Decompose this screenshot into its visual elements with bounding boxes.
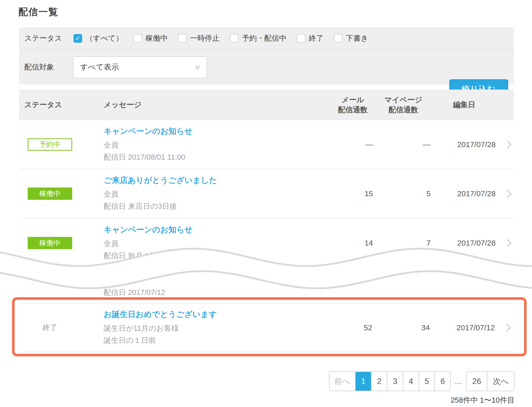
pagination-next-button[interactable]: 次へ (487, 372, 514, 391)
pagination-page-1[interactable]: 1 (355, 372, 371, 391)
status-text: 終了 (42, 323, 57, 333)
pagination-page-5[interactable]: 5 (419, 372, 434, 391)
checkbox-unchecked-icon[interactable] (230, 34, 239, 43)
chevron-right-icon[interactable] (503, 324, 511, 332)
message-schedule: 誕生日の１日前 (104, 334, 330, 346)
header-status: ステータス (19, 100, 81, 110)
message-title-link[interactable]: お誕生日おめでとうございます (104, 309, 330, 320)
message-audience: 全員 (104, 238, 331, 250)
status-option-label: 一時停止 (190, 33, 220, 43)
table-row[interactable]: 予約中 キャンペーンのお知らせ 全員 配信日 2017/08/01 11:00 … (19, 120, 514, 169)
truncated-row-schedule: 配信日 2017/07/12 (104, 288, 165, 298)
chevron-right-icon[interactable] (504, 140, 512, 148)
target-select[interactable]: すべて表示 ∨ (73, 56, 207, 78)
table-row[interactable]: 稼働中 ご来店ありがとうございました 全員 配信日 来店日の3日後 15 5 2… (19, 169, 514, 218)
status-badge: 稼働中 (28, 237, 72, 249)
message-audience: 誕生日が11月のお客様 (104, 322, 330, 334)
status-checkbox-ended[interactable]: 終了 (297, 33, 324, 43)
mail-count: 52 (330, 323, 374, 332)
status-option-label: （すべて） (86, 33, 123, 43)
status-badge: 稼働中 (28, 188, 72, 200)
target-filter-row: 配信対象 すべて表示 ∨ 絞り込む (19, 49, 514, 84)
status-checkbox-draft[interactable]: 下書き (334, 33, 368, 43)
checkbox-unchecked-icon[interactable] (297, 34, 305, 43)
message-audience: 全員 (104, 188, 331, 200)
status-checkbox-all[interactable]: ✓ （すべて） (73, 33, 123, 43)
message-title-link[interactable]: キャンペーンのお知らせ (104, 126, 331, 137)
status-checkbox-active[interactable]: 稼働中 (133, 33, 168, 43)
edit-date: 2017/07/28 (432, 189, 496, 198)
filter-panel: ステータス ✓ （すべて） 稼働中 一時停止 予約・配信中 終了 (19, 27, 514, 84)
checkbox-unchecked-icon[interactable] (178, 34, 187, 43)
message-audience: 全員 (104, 139, 331, 151)
mypage-count: — (375, 140, 432, 149)
header-mypage-count: マイページ 配信通数 (375, 95, 432, 115)
chevron-right-icon[interactable] (504, 239, 512, 247)
message-cell: ご来店ありがとうございました 全員 配信日 来店日の3日後 (81, 175, 331, 212)
chevron-right-icon[interactable] (504, 190, 512, 197)
pagination-page-3[interactable]: 3 (387, 372, 403, 391)
checkbox-unchecked-icon[interactable] (334, 34, 343, 43)
edit-date: 2017/07/12 (431, 323, 495, 332)
mail-count: 14 (331, 239, 375, 247)
edit-date: 2017/07/28 (432, 239, 496, 247)
pagination-ellipsis: … (454, 377, 462, 386)
status-option-label: 予約・配信中 (242, 33, 286, 43)
status-checkbox-scheduled[interactable]: 予約・配信中 (230, 33, 286, 43)
status-filter-row: ステータス ✓ （すべて） 稼働中 一時停止 予約・配信中 終了 (19, 27, 514, 49)
checkbox-checked-icon[interactable]: ✓ (73, 34, 82, 43)
table-body: 予約中 キャンペーンのお知らせ 全員 配信日 2017/08/01 11:00 … (19, 120, 514, 268)
mypage-count: 5 (375, 189, 432, 198)
header-edit-date: 編集日 (432, 100, 496, 110)
table-header: ステータス メッセージ メール 配信通数 マイページ 配信通数 編集日 (19, 90, 514, 120)
delivery-list-screen: 配信一覧 ステータス ✓ （すべて） 稼働中 一時停止 予約・配信中 (0, 0, 532, 407)
page-title: 配信一覧 (18, 6, 58, 18)
target-filter-label: 配信対象 (24, 62, 73, 72)
message-cell: キャンペーンのお知らせ 全員 配信日 毎月 1日 (81, 224, 331, 262)
pagination-page-26[interactable]: 26 (466, 372, 487, 391)
message-cell: お誕生日おめでとうございます 誕生日が11月のお客様 誕生日の１日前 (81, 309, 330, 346)
chevron-down-icon: ∨ (194, 63, 201, 71)
mypage-count: 34 (374, 323, 431, 332)
message-schedule: 配信日 来店日の3日後 (104, 200, 331, 212)
status-filter-label: ステータス (24, 33, 73, 43)
target-select-value: すべて表示 (80, 62, 195, 72)
highlighted-row-outline: 終了 お誕生日おめでとうございます 誕生日が11月のお客様 誕生日の１日前 52… (12, 297, 527, 356)
pagination-prev-button[interactable]: 前へ (329, 372, 355, 391)
header-message: メッセージ (81, 100, 331, 110)
table-row[interactable]: 稼働中 キャンペーンのお知らせ 全員 配信日 毎月 1日 14 7 2017/0… (19, 218, 514, 268)
edit-date: 2017/07/28 (432, 140, 496, 149)
status-option-label: 終了 (309, 33, 324, 43)
result-count-summary: 258件中 1〜10件目 (451, 395, 515, 405)
mail-count: 15 (331, 189, 375, 198)
message-schedule: 配信日 毎月 1日 (104, 250, 331, 262)
header-mail-count: メール 配信通数 (331, 95, 375, 115)
status-badge: 予約中 (28, 138, 72, 151)
message-cell: キャンペーンのお知らせ 全員 配信日 2017/08/01 11:00 (81, 126, 331, 163)
status-checkbox-paused[interactable]: 一時停止 (178, 33, 220, 43)
status-option-label: 下書き (346, 33, 368, 43)
message-title-link[interactable]: ご来店ありがとうございました (104, 175, 331, 186)
checkbox-unchecked-icon[interactable] (133, 34, 142, 43)
pagination-page-2[interactable]: 2 (371, 372, 387, 391)
mypage-count: 7 (375, 239, 432, 247)
pagination-group-end: 26 次へ (466, 371, 515, 391)
pagination-page-4[interactable]: 4 (403, 372, 419, 391)
message-schedule: 配信日 2017/08/01 11:00 (104, 151, 331, 163)
message-title-link[interactable]: キャンペーンのお知らせ (104, 224, 331, 235)
table-row-highlighted[interactable]: 終了 お誕生日おめでとうございます 誕生日が11月のお客様 誕生日の１日前 52… (19, 303, 513, 352)
mail-count: — (331, 140, 375, 149)
pagination-group-main: 前へ 1 2 3 4 5 6 (329, 371, 451, 391)
pagination: 前へ 1 2 3 4 5 6 … 26 次へ (329, 371, 515, 391)
pagination-page-6[interactable]: 6 (434, 372, 450, 391)
status-option-label: 稼働中 (145, 33, 168, 43)
